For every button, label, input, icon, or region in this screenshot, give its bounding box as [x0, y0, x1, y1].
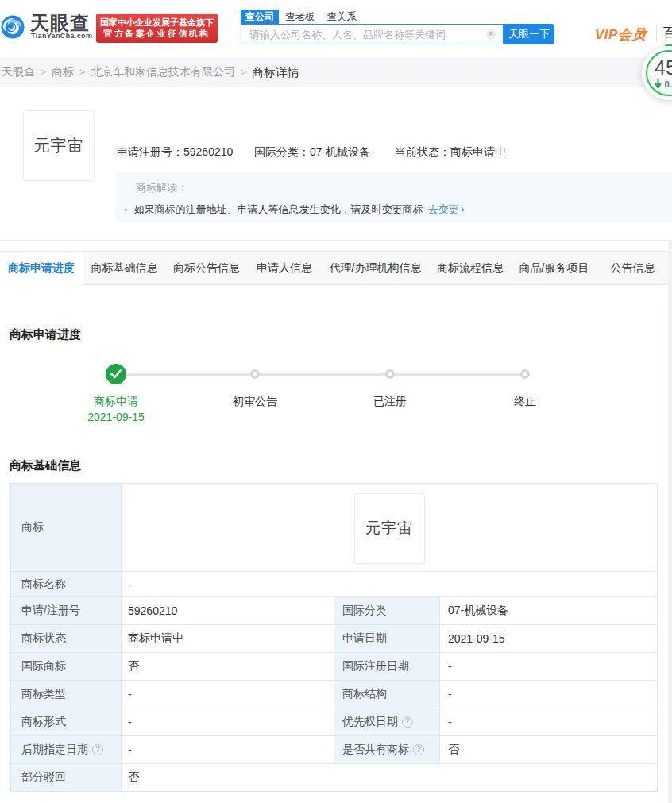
cell-value: - [122, 736, 334, 764]
search-input[interactable] [241, 29, 486, 41]
table-row: 商标形式 - 优先权日期? - [11, 708, 658, 736]
cell-value: 商标申请中 [122, 625, 334, 653]
breadcrumb: 天眼查 > 商标 > 北京车和家信息技术有限公司 > 商标详情 [0, 57, 672, 87]
step-label-preliminary: 初审公告 [191, 395, 319, 409]
cell-value: - [122, 572, 658, 597]
cell-value: 否 [122, 653, 334, 681]
tab-application-progress[interactable]: 商标申请进度 [0, 252, 83, 285]
tab-basic-info[interactable]: 商标基础信息 [83, 252, 165, 284]
table-row: 商标状态 商标申请中 申请日期 2021-09-15 [11, 625, 658, 653]
help-icon[interactable]: ? [92, 744, 103, 755]
cell-value: - [440, 708, 658, 736]
trademark-insight-box: 商标解读： • 如果商标的注册地址、申请人等信息发生变化，请及时变更商标 去变更… [116, 172, 672, 222]
search-tab-relation[interactable]: 查关系 [327, 10, 357, 24]
help-icon[interactable]: ? [402, 716, 413, 728]
row-label-text: 优先权日期 [342, 715, 398, 729]
search-tabs: 查公司 查老板 查关系 [241, 10, 369, 25]
step-label-applied: 商标申请 [52, 395, 180, 409]
row-label: 申请日期 [334, 631, 439, 646]
tab-agency-info[interactable]: 代理/办理机构信息 [321, 252, 430, 284]
breadcrumb-home[interactable]: 天眼查 [2, 65, 35, 79]
row-label: 商标类型 [11, 687, 121, 701]
table-row: 商标 元宇宙 [11, 484, 658, 572]
field-value: 59260210 [183, 145, 233, 158]
cell-value: 否 [122, 764, 658, 792]
field-intl-class: 国际分类：07-机械设备 [254, 145, 370, 160]
table-row: 申请/注册号 59260210 国际分类 07-机械设备 [11, 597, 658, 625]
field-label: 申请注册号： [117, 145, 183, 158]
site-header: 天眼查 TianYanCha.com 国家中小企业发展子基金旗下 官方备案企业征… [0, 0, 672, 57]
step-label-registered: 已注册 [326, 395, 454, 409]
row-label: 商标形式 [11, 715, 121, 729]
row-label: 商标状态 [11, 631, 121, 646]
trademark-text: 元宇宙 [365, 518, 413, 539]
step-date-applied: 2021-09-15 [52, 411, 180, 423]
badge-delta: 0.3B [646, 79, 672, 89]
trademark-image-cell[interactable]: 元宇宙 [354, 493, 425, 564]
table-row: 商标类型 - 商标结构 - [11, 681, 658, 708]
step-pending-icon [385, 369, 395, 379]
floating-score-widget[interactable]: 45 0.3B [640, 44, 672, 102]
cell-value: 59260210 [122, 597, 334, 625]
row-label-text: 后期指定日期 [21, 743, 88, 757]
insight-tip-text: 如果商标的注册地址、申请人等信息发生变化，请及时变更商标 [134, 203, 423, 217]
delta-value: 0.3B [664, 79, 672, 89]
row-label: 国际商标 [11, 659, 121, 674]
breadcrumb-separator-icon: > [41, 67, 46, 78]
row-label: 商标结构 [334, 687, 439, 701]
table-row: 后期指定日期? - 是否共有商标? 否 [11, 736, 658, 764]
row-label: 申请/注册号 [11, 604, 121, 618]
field-value: 商标申请中 [450, 145, 506, 158]
badge-score: 45 [643, 56, 672, 79]
table-row: 商标名称 - [11, 572, 658, 597]
tianyancha-logo-icon[interactable] [1, 15, 25, 39]
insight-tip: • 如果商标的注册地址、申请人等信息发生变化，请及时变更商标 去变更 › [124, 203, 465, 217]
change-trademark-link[interactable]: 去变更 [428, 203, 459, 217]
gov-badge-line1: 国家中小企业发展子基金旗下 [96, 17, 218, 28]
row-label-text: 是否共有商标 [342, 743, 409, 757]
breadcrumb-current: 商标详情 [252, 65, 299, 80]
row-label: 部分驳回 [11, 770, 121, 785]
tab-process-info[interactable]: 商标流程信息 [430, 252, 511, 284]
tab-announcement-info[interactable]: 公告信息 [597, 252, 668, 284]
breadcrumb-separator-icon: > [79, 67, 85, 78]
row-label: 国际分类 [334, 604, 439, 618]
tab-applicant-info[interactable]: 申请人信息 [248, 252, 321, 284]
trademark-image[interactable]: 元宇宙 [23, 110, 95, 181]
trademark-text: 元宇宙 [34, 135, 84, 156]
search-tab-company[interactable]: 查公司 [241, 10, 279, 25]
nav-item-partial[interactable]: 百 [663, 25, 672, 42]
tab-gazette-info[interactable]: 商标公告信息 [165, 252, 248, 284]
search-tab-boss[interactable]: 查老板 [285, 10, 315, 24]
vip-member-link[interactable]: VIP会员 [595, 25, 646, 44]
trademark-overview: 元宇宙 申请注册号：59260210 国际分类：07-机械设备 当前状态：商标申… [0, 87, 672, 241]
section-title-basic-info: 商标基础信息 [10, 458, 81, 473]
section-title-progress: 商标申请进度 [10, 327, 81, 342]
field-value: 07-机械设备 [310, 145, 370, 158]
cell-value: - [122, 681, 334, 708]
insight-title: 商标解读： [136, 181, 187, 195]
table-row: 国际商标 否 国际注册日期 - [11, 653, 658, 681]
search-box: × [241, 24, 504, 44]
help-icon[interactable]: ? [413, 744, 424, 755]
timeline-connector [116, 373, 525, 376]
basic-info-table: 商标 元宇宙 商标名称 - 申请/注册号 59260210 国际分类 07-机械… [10, 483, 658, 792]
row-label: 是否共有商标? [334, 743, 439, 757]
clear-search-icon[interactable]: × [486, 29, 496, 40]
logo-text-en: TianYanCha.com [31, 32, 92, 40]
step-pending-icon [520, 369, 530, 379]
header-divider [656, 25, 657, 41]
cell-value: 否 [440, 736, 658, 764]
breadcrumb-company[interactable]: 北京车和家信息技术有限公司 [91, 65, 235, 79]
step-pending-icon [250, 369, 260, 379]
field-label: 当前状态： [395, 145, 450, 158]
row-label: 商标名称 [11, 577, 121, 592]
cell-value: 2021-09-15 [440, 625, 658, 653]
page-background-sliver [668, 241, 672, 803]
cell-value: - [440, 653, 658, 681]
tab-goods-services[interactable]: 商品/服务项目 [511, 252, 597, 284]
breadcrumb-trademark[interactable]: 商标 [52, 65, 74, 79]
table-row: 部分驳回 否 [11, 764, 658, 792]
search-button[interactable]: 天眼一下 [504, 24, 554, 44]
cell-value: - [440, 681, 658, 708]
